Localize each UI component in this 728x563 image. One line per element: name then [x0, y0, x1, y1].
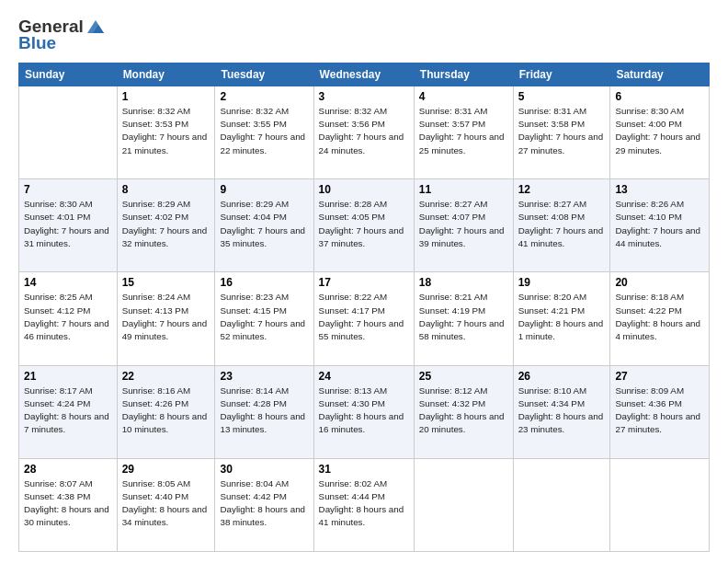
calendar-cell: 28Sunrise: 8:07 AMSunset: 4:38 PMDayligh… — [19, 458, 118, 551]
calendar-cell: 4Sunrise: 8:31 AMSunset: 3:57 PMDaylight… — [414, 86, 513, 179]
logo: General Blue — [18, 17, 106, 53]
page: General Blue SundayMondayTuesdayWednesda… — [0, 0, 728, 563]
day-number: 2 — [220, 90, 308, 103]
calendar-cell: 12Sunrise: 8:27 AMSunset: 4:08 PMDayligh… — [513, 179, 610, 272]
calendar-cell: 19Sunrise: 8:20 AMSunset: 4:21 PMDayligh… — [513, 272, 610, 365]
calendar-cell: 2Sunrise: 8:32 AMSunset: 3:55 PMDaylight… — [215, 86, 313, 179]
day-number: 13 — [615, 183, 704, 196]
calendar-cell: 26Sunrise: 8:10 AMSunset: 4:34 PMDayligh… — [513, 365, 610, 458]
calendar-cell: 16Sunrise: 8:23 AMSunset: 4:15 PMDayligh… — [215, 272, 313, 365]
day-number: 17 — [319, 276, 409, 289]
calendar-cell: 13Sunrise: 8:26 AMSunset: 4:10 PMDayligh… — [610, 179, 710, 272]
day-info: Sunrise: 8:30 AMSunset: 4:01 PMDaylight:… — [24, 198, 112, 250]
day-info: Sunrise: 8:31 AMSunset: 3:57 PMDaylight:… — [419, 105, 508, 157]
day-number: 27 — [615, 370, 704, 383]
day-number: 29 — [122, 463, 210, 476]
day-number: 26 — [518, 370, 606, 383]
day-number: 19 — [518, 276, 606, 289]
header: General Blue — [18, 17, 710, 53]
day-number: 22 — [122, 370, 210, 383]
day-info: Sunrise: 8:07 AMSunset: 4:38 PMDaylight:… — [24, 477, 112, 530]
calendar-cell: 17Sunrise: 8:22 AMSunset: 4:17 PMDayligh… — [313, 272, 414, 365]
day-number: 21 — [24, 370, 112, 383]
day-info: Sunrise: 8:04 AMSunset: 4:42 PMDaylight:… — [220, 477, 308, 530]
calendar-cell: 20Sunrise: 8:18 AMSunset: 4:22 PMDayligh… — [610, 272, 710, 365]
calendar-cell: 23Sunrise: 8:14 AMSunset: 4:28 PMDayligh… — [215, 365, 313, 458]
day-info: Sunrise: 8:24 AMSunset: 4:13 PMDaylight:… — [122, 291, 210, 343]
day-info: Sunrise: 8:17 AMSunset: 4:24 PMDaylight:… — [24, 385, 112, 437]
day-number: 8 — [122, 183, 210, 196]
day-info: Sunrise: 8:13 AMSunset: 4:30 PMDaylight:… — [319, 385, 409, 437]
day-info: Sunrise: 8:05 AMSunset: 4:40 PMDaylight:… — [122, 477, 210, 530]
col-header-wednesday: Wednesday — [313, 63, 414, 86]
calendar-cell: 9Sunrise: 8:29 AMSunset: 4:04 PMDaylight… — [215, 179, 313, 272]
day-info: Sunrise: 8:32 AMSunset: 3:53 PMDaylight:… — [122, 105, 210, 157]
day-info: Sunrise: 8:27 AMSunset: 4:08 PMDaylight:… — [518, 198, 606, 250]
day-number: 3 — [319, 90, 409, 103]
calendar-cell: 3Sunrise: 8:32 AMSunset: 3:56 PMDaylight… — [313, 86, 414, 179]
day-number: 30 — [220, 463, 308, 476]
calendar-cell: 8Sunrise: 8:29 AMSunset: 4:02 PMDaylight… — [117, 179, 215, 272]
calendar-cell: 10Sunrise: 8:28 AMSunset: 4:05 PMDayligh… — [313, 179, 414, 272]
calendar-cell: 21Sunrise: 8:17 AMSunset: 4:24 PMDayligh… — [19, 365, 118, 458]
day-info: Sunrise: 8:02 AMSunset: 4:44 PMDaylight:… — [319, 477, 409, 530]
day-number: 1 — [122, 90, 210, 103]
calendar-cell: 1Sunrise: 8:32 AMSunset: 3:53 PMDaylight… — [117, 86, 215, 179]
day-number: 20 — [615, 276, 704, 289]
calendar-cell: 18Sunrise: 8:21 AMSunset: 4:19 PMDayligh… — [414, 272, 513, 365]
day-info: Sunrise: 8:14 AMSunset: 4:28 PMDaylight:… — [220, 385, 308, 437]
calendar-cell: 5Sunrise: 8:31 AMSunset: 3:58 PMDaylight… — [513, 86, 610, 179]
col-header-friday: Friday — [513, 63, 610, 86]
day-number: 23 — [220, 370, 308, 383]
col-header-monday: Monday — [117, 63, 215, 86]
calendar-cell: 22Sunrise: 8:16 AMSunset: 4:26 PMDayligh… — [117, 365, 215, 458]
calendar-cell: 27Sunrise: 8:09 AMSunset: 4:36 PMDayligh… — [610, 365, 710, 458]
day-number: 9 — [220, 183, 308, 196]
day-number: 7 — [24, 183, 112, 196]
day-info: Sunrise: 8:30 AMSunset: 4:00 PMDaylight:… — [615, 105, 704, 157]
day-number: 31 — [319, 463, 409, 476]
day-number: 11 — [419, 183, 508, 196]
day-number: 18 — [419, 276, 508, 289]
calendar-cell: 29Sunrise: 8:05 AMSunset: 4:40 PMDayligh… — [117, 458, 215, 551]
day-number: 24 — [319, 370, 409, 383]
day-info: Sunrise: 8:16 AMSunset: 4:26 PMDaylight:… — [122, 385, 210, 437]
day-info: Sunrise: 8:27 AMSunset: 4:07 PMDaylight:… — [419, 198, 508, 250]
day-info: Sunrise: 8:21 AMSunset: 4:19 PMDaylight:… — [419, 291, 508, 343]
logo-icon — [85, 18, 106, 35]
day-info: Sunrise: 8:28 AMSunset: 4:05 PMDaylight:… — [319, 198, 409, 250]
day-info: Sunrise: 8:31 AMSunset: 3:58 PMDaylight:… — [518, 105, 606, 157]
calendar-cell: 7Sunrise: 8:30 AMSunset: 4:01 PMDaylight… — [19, 179, 118, 272]
day-info: Sunrise: 8:32 AMSunset: 3:56 PMDaylight:… — [319, 105, 409, 157]
day-info: Sunrise: 8:09 AMSunset: 4:36 PMDaylight:… — [615, 385, 704, 437]
calendar-cell: 6Sunrise: 8:30 AMSunset: 4:00 PMDaylight… — [610, 86, 710, 179]
calendar-cell: 31Sunrise: 8:02 AMSunset: 4:44 PMDayligh… — [313, 458, 414, 551]
day-number: 15 — [122, 276, 210, 289]
day-info: Sunrise: 8:10 AMSunset: 4:34 PMDaylight:… — [518, 385, 606, 437]
calendar-cell: 30Sunrise: 8:04 AMSunset: 4:42 PMDayligh… — [215, 458, 313, 551]
col-header-saturday: Saturday — [610, 63, 710, 86]
day-info: Sunrise: 8:23 AMSunset: 4:15 PMDaylight:… — [220, 291, 308, 343]
logo-blue-text: Blue — [18, 33, 56, 53]
calendar-cell — [513, 458, 610, 551]
calendar-cell: 15Sunrise: 8:24 AMSunset: 4:13 PMDayligh… — [117, 272, 215, 365]
day-number: 6 — [615, 90, 704, 103]
day-info: Sunrise: 8:26 AMSunset: 4:10 PMDaylight:… — [615, 198, 704, 250]
day-number: 10 — [319, 183, 409, 196]
col-header-tuesday: Tuesday — [215, 63, 313, 86]
day-number: 5 — [518, 90, 606, 103]
day-info: Sunrise: 8:32 AMSunset: 3:55 PMDaylight:… — [220, 105, 308, 157]
calendar-cell — [414, 458, 513, 551]
day-number: 25 — [419, 370, 508, 383]
calendar-cell: 14Sunrise: 8:25 AMSunset: 4:12 PMDayligh… — [19, 272, 118, 365]
col-header-sunday: Sunday — [19, 63, 118, 86]
day-info: Sunrise: 8:29 AMSunset: 4:04 PMDaylight:… — [220, 198, 308, 250]
day-number: 12 — [518, 183, 606, 196]
calendar-cell — [19, 86, 118, 179]
day-info: Sunrise: 8:12 AMSunset: 4:32 PMDaylight:… — [419, 385, 508, 437]
day-number: 4 — [419, 90, 508, 103]
calendar-cell: 24Sunrise: 8:13 AMSunset: 4:30 PMDayligh… — [313, 365, 414, 458]
day-info: Sunrise: 8:22 AMSunset: 4:17 PMDaylight:… — [319, 291, 409, 343]
col-header-thursday: Thursday — [414, 63, 513, 86]
day-number: 16 — [220, 276, 308, 289]
